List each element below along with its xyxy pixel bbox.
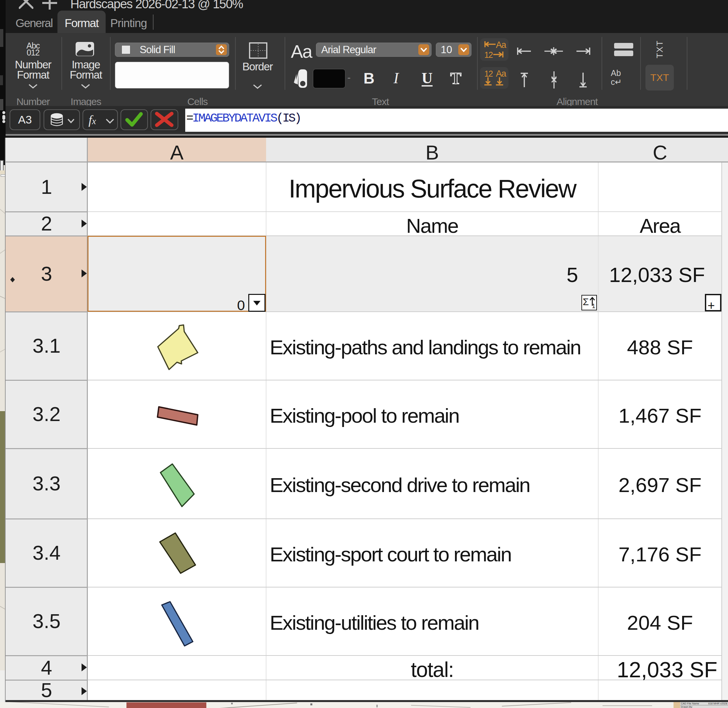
svg-text:Aa: Aa bbox=[496, 69, 507, 78]
svg-text:12: 12 bbox=[484, 50, 493, 59]
svg-text:Aa: Aa bbox=[496, 40, 507, 50]
svg-text:12: 12 bbox=[484, 69, 493, 78]
